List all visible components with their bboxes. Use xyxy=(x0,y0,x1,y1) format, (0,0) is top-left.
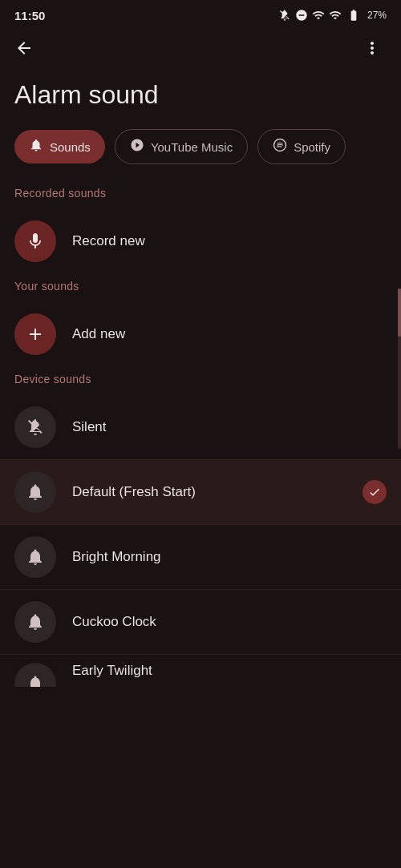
status-bar: 11:50 27% xyxy=(0,0,401,29)
scrollbar-thumb[interactable] xyxy=(398,289,401,337)
early-twilight-label: Early Twilight xyxy=(72,663,387,679)
top-nav xyxy=(0,29,401,67)
cuckoo-clock-item[interactable]: Cuckoo Clock xyxy=(0,590,401,654)
device-sounds-header: Device sounds xyxy=(0,366,401,395)
cuckoo-clock-bell-icon-circle xyxy=(14,601,56,643)
more-options-button[interactable] xyxy=(356,32,388,64)
silent-label: Silent xyxy=(72,419,387,435)
bright-morning-label: Bright Morning xyxy=(72,549,387,565)
selected-check-icon xyxy=(363,480,387,504)
record-new-item[interactable]: Record new xyxy=(0,209,401,273)
plus-icon-circle xyxy=(14,313,56,355)
tab-sounds-label: Sounds xyxy=(50,140,91,154)
tab-spotify-label: Spotify xyxy=(294,140,330,154)
record-new-label: Record new xyxy=(72,233,387,249)
your-sounds-header: Your sounds xyxy=(0,273,401,302)
silent-item[interactable]: Silent xyxy=(0,395,401,459)
add-new-item[interactable]: Add new xyxy=(0,302,401,366)
spotify-tab-icon xyxy=(273,138,287,155)
tab-spotify[interactable]: Spotify xyxy=(257,129,346,164)
page-title: Alarm sound xyxy=(0,67,401,129)
svg-point-0 xyxy=(274,139,286,151)
wifi-icon xyxy=(312,9,325,22)
bright-morning-bell-icon-circle xyxy=(14,536,56,578)
back-button[interactable] xyxy=(8,32,40,64)
add-new-label: Add new xyxy=(72,326,387,342)
battery-icon xyxy=(346,9,362,22)
bell-tab-icon xyxy=(29,138,43,155)
default-bell-icon-circle xyxy=(14,471,56,513)
scrollbar-track xyxy=(398,289,401,449)
cuckoo-clock-label: Cuckoo Clock xyxy=(72,614,387,630)
tab-youtube-music[interactable]: YouTube Music xyxy=(115,129,248,164)
mic-icon-circle xyxy=(14,220,56,262)
early-twilight-item[interactable]: Early Twilight xyxy=(0,655,401,687)
bell-off-icon-circle xyxy=(14,406,56,448)
mute-icon xyxy=(278,9,291,22)
dnd-icon xyxy=(295,9,308,22)
early-twilight-bell-icon-circle xyxy=(14,663,56,687)
recorded-sounds-header: Recorded sounds xyxy=(0,180,401,209)
battery-percent: 27% xyxy=(367,10,387,21)
youtube-tab-icon xyxy=(130,138,144,155)
tab-bar: Sounds YouTube Music Spotify xyxy=(0,129,401,180)
status-time: 11:50 xyxy=(14,9,45,22)
tab-sounds[interactable]: Sounds xyxy=(14,130,105,164)
default-label: Default (Fresh Start) xyxy=(72,484,346,500)
status-icons: 27% xyxy=(278,9,387,22)
default-item[interactable]: Default (Fresh Start) xyxy=(0,460,401,524)
signal-icon xyxy=(329,9,342,22)
bright-morning-item[interactable]: Bright Morning xyxy=(0,525,401,589)
tab-youtube-label: YouTube Music xyxy=(151,140,233,154)
